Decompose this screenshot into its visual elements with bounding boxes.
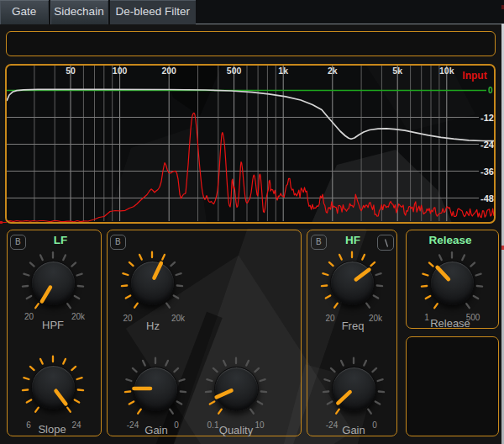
svg-text:50: 50	[66, 66, 76, 76]
svg-text:-36: -36	[480, 166, 494, 177]
svg-text:-48: -48	[480, 193, 494, 204]
svg-text:-12: -12	[480, 113, 494, 123]
svg-text:0: 0	[488, 86, 493, 95]
svg-text:200: 200	[161, 66, 176, 76]
svg-text:100: 100	[113, 66, 128, 76]
svg-text:5k: 5k	[392, 66, 402, 76]
svg-text:10k: 10k	[439, 66, 454, 76]
svg-text:500: 500	[227, 66, 242, 76]
svg-text:Input: Input	[462, 70, 486, 82]
svg-text:2k: 2k	[328, 66, 338, 76]
svg-text:1k: 1k	[278, 66, 288, 76]
svg-text:-24: -24	[480, 140, 495, 150]
